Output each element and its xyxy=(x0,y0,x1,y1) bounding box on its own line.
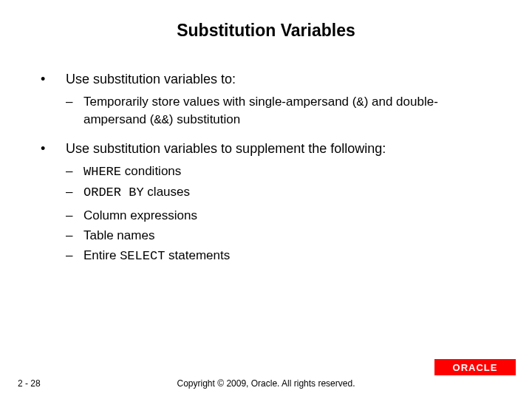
page-number: 2 - 28 xyxy=(18,378,41,389)
sub-item-2-2: – ORDER BY clauses xyxy=(66,184,495,202)
sub-list-2a: – WHERE conditions – ORDER BY clauses xyxy=(66,163,495,202)
sub-2-5-pre: Entire xyxy=(83,248,120,262)
dash-glyph: – xyxy=(66,184,83,202)
dash-glyph: – xyxy=(66,208,83,225)
sub-1-1-post: ) substitution xyxy=(169,112,240,126)
bullet-glyph: • xyxy=(41,70,66,88)
bullet-list: • Use substitution variables to: – Tempo… xyxy=(41,70,495,265)
bullet-1-text: Use substitution variables to: xyxy=(66,70,495,88)
sub-2-1-rest: conditions xyxy=(121,164,181,178)
code-amp: & xyxy=(356,95,364,109)
bullet-item-1: • Use substitution variables to: – Tempo… xyxy=(41,70,495,129)
oracle-logo: ORACLE xyxy=(434,359,516,375)
code-ampamp: && xyxy=(154,113,168,127)
sub-item-2-4: – Table names xyxy=(66,228,495,245)
sub-2-5-post: statements xyxy=(165,248,230,262)
footer: 2 - 28 Copyright © 2009, Oracle. All rig… xyxy=(0,378,532,389)
sub-list-1: – Temporarily store values with single-a… xyxy=(66,94,495,129)
slide-content: • Use substitution variables to: – Tempo… xyxy=(0,41,532,265)
slide-title: Substitution Variables xyxy=(0,0,532,41)
sub-2-1-text: WHERE conditions xyxy=(83,163,495,181)
dash-glyph: – xyxy=(66,94,83,129)
bullet-2-text: Use substitution variables to supplement… xyxy=(66,140,495,157)
sub-2-5-text: Entire SELECT statements xyxy=(83,248,495,265)
bullet-glyph: • xyxy=(41,140,66,157)
dash-glyph: – xyxy=(66,248,83,265)
oracle-logo-text: ORACLE xyxy=(453,362,498,373)
sub-item-2-1: – WHERE conditions xyxy=(66,163,495,181)
bullet-item-2: • Use substitution variables to suppleme… xyxy=(41,140,495,265)
sub-2-3-text: Column expressions xyxy=(83,208,495,225)
sub-1-1-pre: Temporarily store values with single-amp… xyxy=(83,95,356,109)
sub-list-2b: – Column expressions – Table names – Ent… xyxy=(66,208,495,265)
sub-2-4-text: Table names xyxy=(83,228,495,245)
sub-item-2-3: – Column expressions xyxy=(66,208,495,225)
code-where: WHERE xyxy=(83,165,121,179)
slide: Substitution Variables • Use substitutio… xyxy=(0,0,532,399)
code-orderby: ORDER BY xyxy=(83,185,144,200)
sub-item-1-1: – Temporarily store values with single-a… xyxy=(66,94,495,129)
sub-2-2-text: ORDER BY clauses xyxy=(83,184,495,202)
dash-glyph: – xyxy=(66,163,83,181)
sub-item-2-5: – Entire SELECT statements xyxy=(66,248,495,265)
sub-2-2-rest: clauses xyxy=(144,185,190,199)
sub-1-1-text: Temporarily store values with single-amp… xyxy=(83,94,495,129)
copyright-text: Copyright © 2009, Oracle. All rights res… xyxy=(0,378,532,389)
dash-glyph: – xyxy=(66,228,83,245)
code-select: SELECT xyxy=(120,249,165,263)
